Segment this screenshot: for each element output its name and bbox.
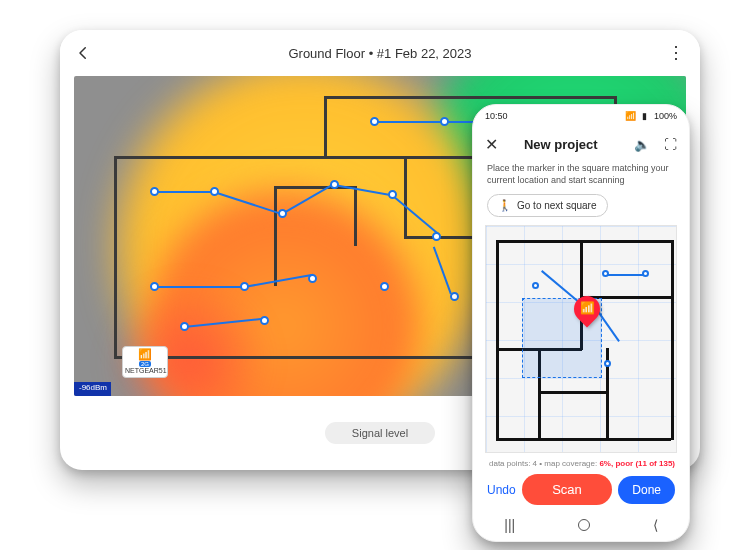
phone-actions: Undo Scan Done bbox=[473, 468, 689, 505]
visualization-selector[interactable]: Signal level bbox=[325, 422, 435, 444]
sound-icon[interactable]: 🔈 bbox=[634, 137, 650, 152]
phone-header: ✕ New project 🔈 ⛶ bbox=[473, 127, 689, 161]
title-floor: Ground Floor bbox=[288, 46, 365, 61]
back-icon[interactable]: ⟨ bbox=[653, 517, 658, 533]
undo-button[interactable]: Undo bbox=[487, 483, 516, 497]
battery-label: 100% bbox=[654, 111, 677, 121]
router-name: NETGEAR51 bbox=[125, 367, 165, 374]
status-time: 10:50 bbox=[485, 111, 508, 121]
walking-icon: 🚶 bbox=[498, 199, 512, 212]
phone-statusbar: 10:50 📶 ▮ 100% bbox=[473, 105, 689, 127]
done-button[interactable]: Done bbox=[618, 476, 675, 504]
wifi-icon: 📶 bbox=[625, 111, 636, 121]
recents-icon[interactable]: ||| bbox=[504, 517, 515, 533]
expand-icon[interactable]: ⛶ bbox=[664, 137, 677, 152]
scale-min: -96dBm bbox=[76, 382, 110, 393]
title-scan: #1 Feb 22, 2023 bbox=[377, 46, 472, 61]
more-icon[interactable]: ⋯ bbox=[668, 44, 686, 62]
location-pin[interactable]: 📶 bbox=[574, 296, 600, 322]
stat-coverage-pct: 6% bbox=[599, 459, 611, 468]
chip-label: Go to next square bbox=[517, 200, 597, 211]
wifi-icon: 📶 bbox=[574, 296, 600, 320]
home-icon[interactable] bbox=[578, 519, 590, 531]
router-badge[interactable]: 📶 2G NETGEAR51 bbox=[122, 346, 168, 378]
phone-title: New project bbox=[524, 137, 598, 152]
back-icon[interactable] bbox=[74, 44, 92, 62]
wifi-icon: 📶 bbox=[125, 349, 165, 360]
phone-stats: data points: 4 • map coverage: 6%, poor … bbox=[473, 453, 689, 468]
phone-device: 10:50 📶 ▮ 100% ✕ New project 🔈 ⛶ Place t… bbox=[472, 104, 690, 542]
signal-icon: ▮ bbox=[642, 111, 647, 121]
tablet-header: Ground Floor • #1 Feb 22, 2023 ⋯ bbox=[60, 30, 700, 76]
stat-coverage-detail: , poor (11 of 135) bbox=[611, 459, 675, 468]
phone-map[interactable]: 📶 bbox=[485, 225, 677, 453]
hint-text: Place the marker in the square matching … bbox=[473, 161, 689, 194]
page-title: Ground Floor • #1 Feb 22, 2023 bbox=[60, 46, 700, 61]
next-square-chip[interactable]: 🚶 Go to next square bbox=[487, 194, 608, 217]
close-icon[interactable]: ✕ bbox=[485, 135, 498, 154]
android-navbar: ||| ⟨ bbox=[473, 509, 689, 541]
scan-button[interactable]: Scan bbox=[522, 474, 612, 505]
